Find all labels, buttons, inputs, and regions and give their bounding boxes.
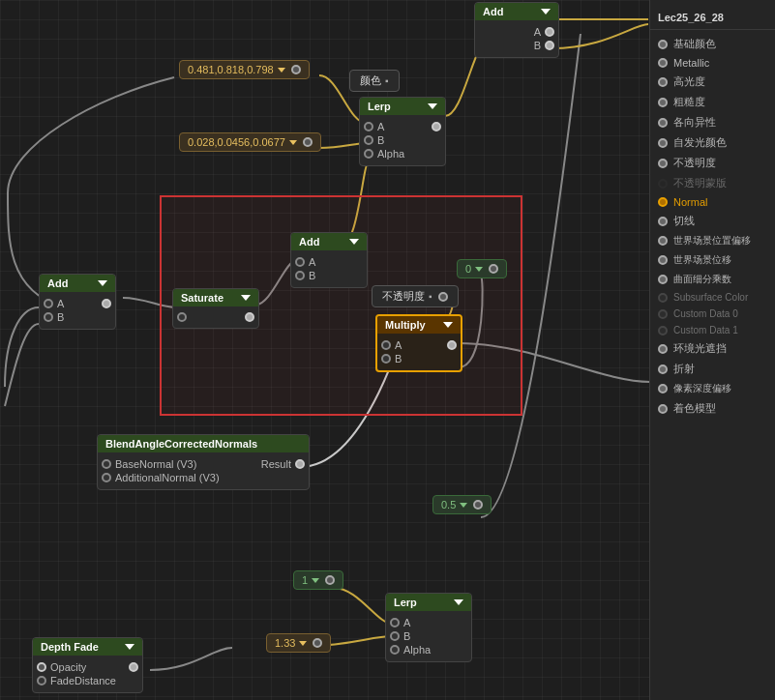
const-1-node[interactable]: 1 (293, 570, 343, 590)
depth-fade-node[interactable]: Depth Fade Opacity FadeDistance (32, 637, 143, 693)
panel-item-18[interactable]: 像素深度偏移 (650, 379, 775, 398)
panel-item-3[interactable]: 粗糙度 (650, 92, 775, 112)
multiply-node[interactable]: Multiply A B (375, 314, 462, 372)
panel-dot-1 (658, 58, 668, 68)
blend-normals-pin-additional: AdditionalNormal (V3) (102, 472, 305, 483)
const133-out-pin (313, 638, 322, 648)
add-left-arrow (98, 280, 107, 286)
blend-normals-pin-base: BaseNormal (V3) Result (102, 458, 305, 470)
panel-dot-14 (658, 309, 668, 319)
lerp-top-pin-b: B (364, 134, 441, 146)
add-node-top[interactable]: Add A B (474, 2, 559, 58)
saturate-pin (177, 312, 254, 322)
panel-dot-2 (658, 77, 668, 87)
panel-item-2[interactable]: 高光度 (650, 72, 775, 92)
panel-item-14[interactable]: Custom Data 0 (650, 306, 775, 322)
const-05-node[interactable]: 0.5 (432, 495, 492, 514)
panel-item-15[interactable]: Custom Data 1 (650, 322, 775, 338)
panel-dot-8 (658, 197, 668, 207)
const-0-node[interactable]: 0 (457, 259, 507, 278)
panel-item-17[interactable]: 折射 (650, 359, 775, 379)
lerp-bottom-pin-alpha: Alpha (390, 644, 467, 656)
multiply-pin-b: B (381, 353, 457, 365)
panel-dot-7 (658, 179, 668, 189)
panel-item-6[interactable]: 不透明度 (650, 153, 775, 173)
lerp-bottom-node[interactable]: Lerp A B Alpha (385, 593, 472, 662)
lerp-top-pin-alpha: Alpha (364, 148, 441, 160)
panel-item-10[interactable]: 世界场景位置偏移 (650, 231, 775, 250)
panel-item-19[interactable]: 着色模型 (650, 398, 775, 419)
panel-dot-4 (658, 118, 668, 128)
panel-dot-16 (658, 344, 668, 354)
depth-fade-pin-opacity: Opacity (37, 661, 138, 673)
const05-out-pin (473, 500, 483, 510)
add-mid-node[interactable]: Add A B (290, 232, 368, 288)
depth-fade-pin-distance: FadeDistance (37, 675, 138, 686)
saturate-arrow (241, 295, 251, 301)
panel-item-7[interactable]: 不透明蒙版 (650, 173, 775, 193)
panel-item-4[interactable]: 各向异性 (650, 112, 775, 132)
panel-item-8[interactable]: Normal (650, 193, 775, 211)
saturate-node[interactable]: Saturate (172, 288, 259, 329)
add-node-top-header: Add (475, 3, 558, 20)
const0-arrow (475, 267, 483, 272)
add-mid-pin-a: A (295, 256, 363, 268)
lerp-bottom-pin-a: A (390, 617, 467, 628)
multiply-arrow (443, 322, 453, 328)
panel-item-9[interactable]: 切线 (650, 211, 775, 231)
panel-dot-3 (658, 98, 668, 107)
panel-item-11[interactable]: 世界场景位移 (650, 250, 775, 270)
panel-dot-6 (658, 159, 668, 168)
panel-dot-17 (658, 365, 668, 374)
value2-arrow (289, 140, 297, 145)
lerp-top-arrow (428, 103, 437, 109)
add-node-top-arrow (541, 9, 551, 15)
add-left-pin-a: A (44, 298, 111, 309)
add-left-pin-b: B (44, 311, 111, 323)
add-left-header: Add (40, 275, 115, 292)
const0-out-pin (489, 264, 498, 274)
panel-item-5[interactable]: 自发光颜色 (650, 132, 775, 153)
add-top-pin-b: B (479, 40, 554, 51)
value2-out-pin (303, 137, 313, 147)
add-mid-pin-b: B (295, 270, 363, 281)
blend-normals-node[interactable]: BlendAngleCorrectedNormals BaseNormal (V… (97, 434, 310, 490)
panel-dot-15 (658, 326, 668, 335)
lerp-bottom-arrow (454, 599, 463, 605)
lerp-top-node[interactable]: Lerp A B Alpha (359, 97, 446, 166)
lerp-bottom-pin-b: B (390, 630, 467, 642)
panel-dot-5 (658, 138, 668, 148)
opacity-node[interactable]: 不透明度 ▪ (372, 285, 459, 307)
panel-dot-13 (658, 293, 668, 303)
lerp-top-pin-a: A (364, 121, 441, 132)
lerp-top-header: Lerp (360, 98, 445, 115)
add-top-pin-a: A (479, 26, 554, 38)
panel-title: Lec25_26_28 (650, 8, 775, 30)
right-panel: Lec25_26_28 基础颜色 Metallic 高光度 粗糙度 各向异性 自… (649, 0, 775, 700)
value1-out-pin (291, 65, 301, 74)
const1-arrow (312, 578, 319, 583)
value1-arrow (278, 68, 285, 73)
panel-item-13[interactable]: Subsurface Color (650, 289, 775, 306)
const-133-node[interactable]: 1.33 (266, 633, 331, 653)
const1-out-pin (325, 575, 335, 585)
saturate-header: Saturate (173, 289, 258, 306)
panel-dot-11 (658, 255, 668, 265)
value-node-2[interactable]: 0.028,0.0456,0.0677 (179, 132, 321, 152)
add-mid-arrow (349, 239, 359, 245)
depth-fade-arrow (125, 644, 134, 650)
panel-dot-0 (658, 40, 668, 49)
panel-item-1[interactable]: Metallic (650, 54, 775, 72)
const133-arrow (299, 641, 307, 646)
panel-item-0[interactable]: 基础颜色 (650, 34, 775, 54)
add-mid-header: Add (291, 233, 367, 250)
multiply-header: Multiply (377, 316, 461, 334)
lerp-bottom-header: Lerp (386, 594, 471, 611)
panel-item-16[interactable]: 环境光遮挡 (650, 338, 775, 359)
add-left-node[interactable]: Add A B (39, 274, 116, 330)
panel-dot-18 (658, 384, 668, 394)
color-node[interactable]: 颜色 ▪ (349, 70, 400, 92)
value-node-1[interactable]: 0.481,0.818,0.798 (179, 60, 310, 79)
opacity-out-pin (438, 292, 448, 302)
panel-item-12[interactable]: 曲面细分乘数 (650, 270, 775, 289)
